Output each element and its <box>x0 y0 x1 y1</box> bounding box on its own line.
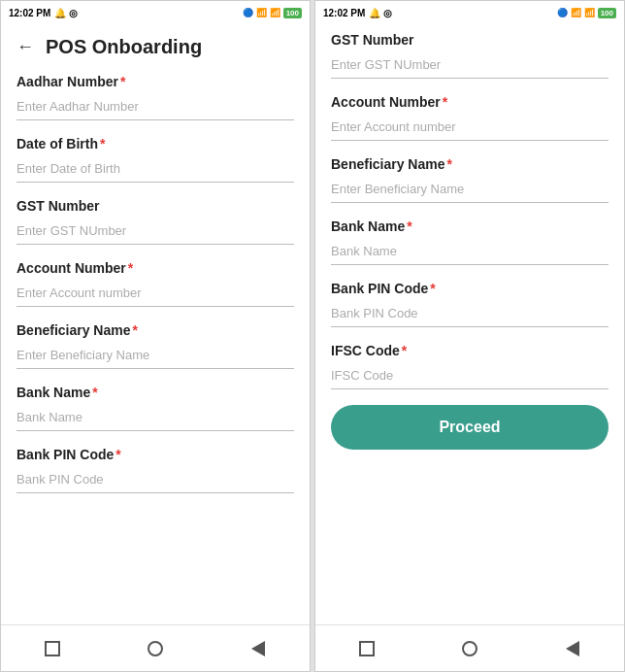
ifsc-required: * <box>402 343 407 358</box>
signal-icon-2: 📶 <box>571 8 581 17</box>
nav-home-2[interactable] <box>357 639 377 658</box>
field-group-gst-1: GST Number <box>16 198 294 245</box>
pincode-input-2[interactable] <box>331 300 609 327</box>
back-button-1[interactable]: ← <box>16 37 34 57</box>
beneficiary-label-text-1: Beneficiary Name <box>16 322 131 338</box>
nav-back-icon-1 <box>251 641 265 656</box>
beneficiary-required-2: * <box>447 156 452 172</box>
nav-home-1[interactable] <box>43 639 62 658</box>
account-label-text-2: Account Number <box>331 94 441 110</box>
proceed-button[interactable]: Proceed <box>331 405 609 450</box>
field-label-aadhar: Aadhar Number * <box>16 74 294 89</box>
aadhar-label-text: Aadhar Number <box>16 74 118 89</box>
field-group-beneficiary-2: Beneficiary Name * <box>331 156 609 203</box>
ifsc-input[interactable] <box>331 362 609 389</box>
beneficiary-input-1[interactable] <box>16 342 294 369</box>
pincode-label-text-2: Bank PIN Code <box>331 281 428 296</box>
phones-wrapper: 12:02 PM 🔔 ◎ 🔵 📶 📶 100 ← POS Onboarding … <box>0 0 625 672</box>
field-group-pincode-2: Bank PIN Code * <box>331 281 609 327</box>
dob-input[interactable] <box>16 155 294 183</box>
phone-2: 12:02 PM 🔔 ◎ 🔵 📶 📶 100 GST Number Accoun <box>314 0 625 672</box>
nav-recents-1[interactable] <box>146 639 165 658</box>
bottom-nav-1 <box>1 624 310 671</box>
nav-circle-icon-2 <box>462 641 477 656</box>
signal-icon-1: 📶 <box>256 8 267 17</box>
status-right-2: 🔵 📶 📶 100 <box>557 8 616 18</box>
ifsc-label-text: IFSC Code <box>331 343 400 358</box>
field-label-beneficiary-2: Beneficiary Name * <box>331 156 609 172</box>
field-group-beneficiary-1: Beneficiary Name * <box>16 322 294 369</box>
nav-square-icon-1 <box>45 641 60 656</box>
field-group-ifsc: IFSC Code * <box>331 343 609 389</box>
pincode-required-1: * <box>115 447 120 462</box>
account-input-2[interactable] <box>331 114 609 141</box>
pincode-input-1[interactable] <box>16 466 294 493</box>
nav-back-icon-2 <box>566 641 579 656</box>
wifi-icon-2: 📶 <box>584 8 595 17</box>
aadhar-input[interactable] <box>16 93 294 120</box>
page-title-1: POS Onboarding <box>46 36 202 58</box>
gst-input-1[interactable] <box>16 218 294 245</box>
phone-1: 12:02 PM 🔔 ◎ 🔵 📶 📶 100 ← POS Onboarding … <box>0 0 311 672</box>
field-group-gst-2: GST Number <box>331 32 609 79</box>
bluetooth-icon: 🔵 <box>243 8 253 17</box>
bankname-input-2[interactable] <box>331 238 609 265</box>
bankname-required-1: * <box>92 385 97 400</box>
nav-back-2[interactable] <box>563 639 582 658</box>
nav-back-1[interactable] <box>248 639 268 658</box>
beneficiary-label-text-2: Beneficiary Name <box>331 156 445 172</box>
field-label-beneficiary-1: Beneficiary Name * <box>16 322 294 338</box>
nav-circle-icon-1 <box>148 641 163 656</box>
nav-square-icon-2 <box>359 641 375 656</box>
bankname-label-text-1: Bank Name <box>16 385 90 400</box>
aadhar-required: * <box>120 74 125 89</box>
field-label-account-2: Account Number * <box>331 94 609 110</box>
bottom-nav-2 <box>315 624 624 671</box>
form-content-1: Aadhar Number * Date of Birth * GST Numb… <box>1 66 310 624</box>
wifi-icon-1: 📶 <box>270 8 280 17</box>
account-label-text-1: Account Number <box>16 260 126 276</box>
status-icons-2: 🔔 ◎ <box>369 8 392 18</box>
field-group-pincode-1: Bank PIN Code * <box>16 447 294 493</box>
field-label-dob: Date of Birth * <box>16 136 294 151</box>
status-bar-2: 12:02 PM 🔔 ◎ 🔵 📶 📶 100 <box>315 1 624 24</box>
battery-icon-2: 100 <box>598 8 616 18</box>
dob-required: * <box>100 136 105 151</box>
beneficiary-required-1: * <box>133 322 138 338</box>
account-required-1: * <box>128 260 133 276</box>
status-time-1: 12:02 PM <box>9 8 50 18</box>
status-right-1: 🔵 📶 📶 100 <box>243 8 302 18</box>
pincode-label-text-1: Bank PIN Code <box>16 447 114 462</box>
status-icons-1: 🔔 ◎ <box>54 8 78 18</box>
field-label-gst-1: GST Number <box>16 198 294 214</box>
field-label-ifsc: IFSC Code * <box>331 343 609 358</box>
status-left-1: 12:02 PM 🔔 ◎ <box>9 8 78 18</box>
status-bar-1: 12:02 PM 🔔 ◎ 🔵 📶 📶 100 <box>1 1 310 24</box>
field-group-bankname-1: Bank Name * <box>16 385 294 431</box>
battery-icon-1: 100 <box>283 8 302 18</box>
status-time-2: 12:02 PM <box>323 8 365 18</box>
field-group-aadhar: Aadhar Number * <box>16 74 294 120</box>
account-input-1[interactable] <box>16 280 294 307</box>
field-group-account-2: Account Number * <box>331 94 609 141</box>
field-label-gst-2: GST Number <box>331 32 609 48</box>
field-group-bankname-2: Bank Name * <box>331 218 609 265</box>
account-required-2: * <box>443 94 447 110</box>
nav-recents-2[interactable] <box>460 639 479 658</box>
field-label-bankname-2: Bank Name * <box>331 218 609 234</box>
header-1: ← POS Onboarding <box>1 24 310 66</box>
gst-label-text-1: GST Number <box>16 198 100 214</box>
bluetooth-icon-2: 🔵 <box>557 8 568 17</box>
bankname-required-2: * <box>407 218 411 234</box>
field-group-account-1: Account Number * <box>16 260 294 307</box>
gst-label-text-2: GST Number <box>331 32 414 48</box>
dob-label-text: Date of Birth <box>16 136 98 151</box>
gst-input-2[interactable] <box>331 51 609 79</box>
field-label-account-1: Account Number * <box>16 260 294 276</box>
beneficiary-input-2[interactable] <box>331 176 609 203</box>
status-left-2: 12:02 PM 🔔 ◎ <box>323 8 392 18</box>
bankname-label-text-2: Bank Name <box>331 218 405 234</box>
field-group-dob: Date of Birth * <box>16 136 294 183</box>
bankname-input-1[interactable] <box>16 404 294 431</box>
field-label-pincode-2: Bank PIN Code * <box>331 281 609 296</box>
